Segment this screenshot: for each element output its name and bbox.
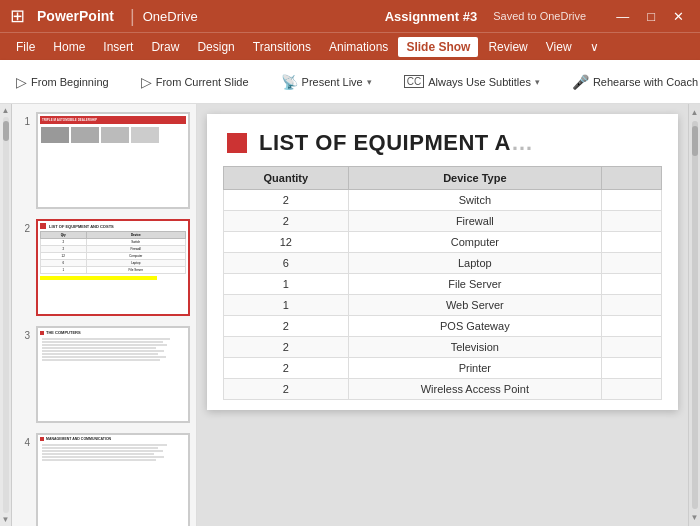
- slide-view: LIST OF EQUIPMENT A… Quantity Device Typ…: [197, 104, 688, 526]
- from-current-label: From Current Slide: [156, 76, 249, 88]
- cell-extra: [602, 379, 662, 400]
- right-scrollbar: ▲ ▼: [688, 104, 700, 526]
- table-row: 6 Laptop: [224, 253, 662, 274]
- slide-thumb-4[interactable]: 4 MANAGEMENT AND COMMUNICATION: [18, 433, 190, 526]
- table-row: 1 Web Server: [224, 295, 662, 316]
- scroll-down-arrow[interactable]: ▼: [689, 511, 700, 524]
- table-row: 2 Firewall: [224, 211, 662, 232]
- cell-qty: 2: [224, 358, 349, 379]
- menu-transitions[interactable]: Transitions: [245, 37, 319, 57]
- menu-insert[interactable]: Insert: [95, 37, 141, 57]
- scroll-up-arrow[interactable]: ▲: [689, 106, 700, 119]
- title-separator: |: [130, 6, 135, 27]
- menu-draw[interactable]: Draw: [143, 37, 187, 57]
- present-live-label: Present Live: [302, 76, 363, 88]
- from-beginning-label: From Beginning: [31, 76, 109, 88]
- col-header-extra: [602, 167, 662, 190]
- menu-design[interactable]: Design: [189, 37, 242, 57]
- menu-bar: File Home Insert Draw Design Transitions…: [0, 32, 700, 60]
- col-header-device-type: Device Type: [348, 167, 601, 190]
- slide-main-title: LIST OF EQUIPMENT A…: [259, 130, 533, 156]
- menu-review[interactable]: Review: [480, 37, 535, 57]
- cell-device: Wireless Access Point: [348, 379, 601, 400]
- menu-animations[interactable]: Animations: [321, 37, 396, 57]
- slide-image-2[interactable]: LIST OF EQUIPMENT AND COSTS Qty Device 2…: [36, 219, 190, 316]
- table-row: 2 Television: [224, 337, 662, 358]
- always-subtitles-button[interactable]: CC Always Use Subtitles ▾: [396, 71, 548, 92]
- present-live-button[interactable]: 📡 Present Live ▾: [273, 70, 380, 94]
- slide-thumb-3[interactable]: 3 THE COMPUTERS: [18, 326, 190, 423]
- menu-slideshow[interactable]: Slide Show: [398, 37, 478, 57]
- app-name: PowerPoint: [37, 8, 114, 24]
- cell-qty: 1: [224, 274, 349, 295]
- title-accent-box: [227, 133, 247, 153]
- cell-qty: 2: [224, 190, 349, 211]
- window-controls: — □ ✕: [610, 7, 690, 26]
- minimize-button[interactable]: —: [610, 7, 635, 26]
- cell-qty: 2: [224, 211, 349, 232]
- table-row: 2 Wireless Access Point: [224, 379, 662, 400]
- from-current-icon: ▷: [141, 74, 152, 90]
- waffle-icon[interactable]: ⊞: [10, 5, 25, 27]
- slide-num-3: 3: [18, 326, 30, 341]
- cell-device: Web Server: [348, 295, 601, 316]
- menu-more[interactable]: ∨: [582, 37, 607, 57]
- title-bar: ⊞ PowerPoint | OneDrive Assignment #3 Sa…: [0, 0, 700, 32]
- equipment-table: Quantity Device Type 2 Switch 2 Firewall: [223, 166, 662, 400]
- scroll-track: [692, 121, 698, 509]
- drive-name: OneDrive: [143, 9, 198, 24]
- slide-num-2: 2: [18, 219, 30, 234]
- left-scroll: ▲ ▼: [0, 104, 12, 526]
- ribbon-right: 🎤 Rehearse with Coach: [564, 70, 700, 94]
- cell-extra: [602, 274, 662, 295]
- cell-qty: 2: [224, 316, 349, 337]
- cell-device: Computer: [348, 232, 601, 253]
- cell-device: Printer: [348, 358, 601, 379]
- menu-view[interactable]: View: [538, 37, 580, 57]
- cell-device: Laptop: [348, 253, 601, 274]
- cell-device: Firewall: [348, 211, 601, 232]
- cell-qty: 1: [224, 295, 349, 316]
- scroll-thumb[interactable]: [692, 126, 698, 156]
- slide-num-1: 1: [18, 112, 30, 127]
- filename: Assignment #3: [385, 9, 477, 24]
- cell-extra: [602, 337, 662, 358]
- menu-file[interactable]: File: [8, 37, 43, 57]
- cell-qty: 12: [224, 232, 349, 253]
- close-button[interactable]: ✕: [667, 7, 690, 26]
- slides-panel: 1 TRIPLE M AUTOMOBILE DEALERSHIP: [12, 104, 197, 526]
- table-row: 1 File Server: [224, 274, 662, 295]
- cell-qty: 2: [224, 337, 349, 358]
- rehearse-icon: 🎤: [572, 74, 589, 90]
- cell-extra: [602, 232, 662, 253]
- cell-extra: [602, 316, 662, 337]
- slide-num-4: 4: [18, 433, 30, 448]
- maximize-button[interactable]: □: [641, 7, 661, 26]
- slide-title-area: LIST OF EQUIPMENT A…: [207, 114, 678, 166]
- table-row: 12 Computer: [224, 232, 662, 253]
- table-row: 2 Switch: [224, 190, 662, 211]
- present-live-icon: 📡: [281, 74, 298, 90]
- cell-device: File Server: [348, 274, 601, 295]
- col-header-quantity: Quantity: [224, 167, 349, 190]
- from-beginning-button[interactable]: ▷ From Beginning: [8, 70, 117, 94]
- slide-image-3[interactable]: THE COMPUTERS: [36, 326, 190, 423]
- cell-qty: 6: [224, 253, 349, 274]
- rehearse-coach-button[interactable]: 🎤 Rehearse with Coach: [564, 70, 700, 94]
- menu-home[interactable]: Home: [45, 37, 93, 57]
- from-current-button[interactable]: ▷ From Current Slide: [133, 70, 257, 94]
- present-live-dropdown-arrow: ▾: [367, 77, 372, 87]
- cell-extra: [602, 211, 662, 232]
- always-subtitles-label: Always Use Subtitles: [428, 76, 531, 88]
- cell-extra: [602, 253, 662, 274]
- slide-thumb-1[interactable]: 1 TRIPLE M AUTOMOBILE DEALERSHIP: [18, 112, 190, 209]
- slide-thumb-2[interactable]: 2 LIST OF EQUIPMENT AND COSTS Qty: [18, 219, 190, 316]
- slide-image-1[interactable]: TRIPLE M AUTOMOBILE DEALERSHIP: [36, 112, 190, 209]
- cell-device: Television: [348, 337, 601, 358]
- slide-image-4[interactable]: MANAGEMENT AND COMMUNICATION: [36, 433, 190, 526]
- cell-device: POS Gateway: [348, 316, 601, 337]
- ribbon: ▷ From Beginning ▷ From Current Slide 📡 …: [0, 60, 700, 104]
- subtitles-icon: CC: [404, 75, 424, 88]
- rehearse-label: Rehearse with Coach: [593, 76, 698, 88]
- cell-extra: [602, 190, 662, 211]
